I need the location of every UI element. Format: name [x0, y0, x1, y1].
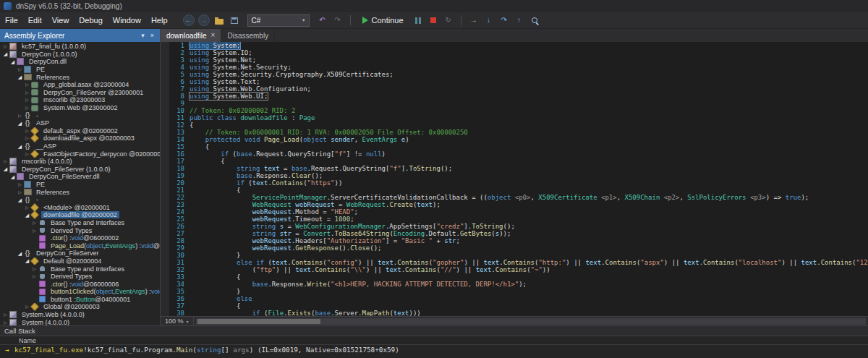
- tree-item[interactable]: ▷-: [0, 111, 160, 119]
- language-select[interactable]: C# ▾: [247, 14, 310, 27]
- expander-expanded-icon[interactable]: ◢: [2, 51, 9, 56]
- expander-collapsed-icon[interactable]: ▷: [24, 136, 30, 140]
- expander-collapsed-icon[interactable]: ▷: [24, 82, 30, 87]
- code-line[interactable]: 2using System.IO;: [169, 49, 868, 56]
- tree-item[interactable]: ▷downloadfile_aspx @02000003: [0, 135, 160, 142]
- tree-item[interactable]: ▷References: [0, 188, 160, 196]
- tab-downloadfile[interactable]: downloadfile×: [161, 29, 221, 42]
- code-line[interactable]: 14 protected void Page_Load(object sende…: [169, 136, 868, 143]
- expander-collapsed-icon[interactable]: ▷: [24, 106, 30, 110]
- expander-expanded-icon[interactable]: ◢: [9, 174, 16, 179]
- code-line[interactable]: 31 else if (text.Contains("config") || t…: [169, 259, 868, 266]
- tree-item[interactable]: ▷FastObjectFactory_derpycon @02000004: [0, 150, 160, 158]
- panel-menu-icon[interactable]: ▾: [138, 32, 148, 39]
- expander-collapsed-icon[interactable]: ▷: [24, 129, 30, 133]
- tree-item[interactable]: ◢ASP: [0, 119, 160, 127]
- expander-collapsed-icon[interactable]: ▷: [31, 267, 38, 271]
- expander-collapsed-icon[interactable]: ▷: [2, 159, 9, 163]
- code-line[interactable]: 23 WebRequest webRequest = WebRequest.Cr…: [169, 201, 868, 208]
- code-line[interactable]: 1using System;: [169, 42, 868, 49]
- navigate-back-button[interactable]: ←: [183, 14, 195, 26]
- expander-expanded-icon[interactable]: ◢: [17, 144, 23, 149]
- expander-expanded-icon[interactable]: ◢: [17, 121, 23, 126]
- callstack-frame[interactable]: →kc57_final_fu.exe!kc57_final_fu.Program…: [0, 345, 868, 354]
- tree-item[interactable]: ▷mscorlib (4.0.0.0): [0, 158, 160, 166]
- tree-item[interactable]: ▷System.Web @23000002: [0, 104, 160, 112]
- expander-expanded-icon[interactable]: ◢: [2, 166, 9, 171]
- horizontal-scrollbar[interactable]: [196, 318, 866, 325]
- code-line[interactable]: 18 string text = base.Request.QueryStrin…: [169, 165, 868, 172]
- expander-expanded-icon[interactable]: ◢: [17, 74, 23, 80]
- tree-item[interactable]: ▷PE: [0, 181, 160, 189]
- undo-button[interactable]: ↶: [317, 14, 328, 27]
- tree-item[interactable]: ▷kc57_final_fu (1.0.0.0): [0, 43, 160, 51]
- expander-collapsed-icon[interactable]: ▷: [2, 320, 9, 325]
- code-line[interactable]: 11public class downloadfile : Page: [169, 114, 868, 122]
- code-line[interactable]: 15 {: [169, 143, 868, 150]
- code-line[interactable]: 19 base.Response.Clear();: [169, 172, 868, 179]
- expander-collapsed-icon[interactable]: ▷: [31, 221, 38, 225]
- code-line[interactable]: 33 {: [169, 273, 868, 281]
- code-line[interactable]: 37 {: [169, 302, 868, 310]
- tree-item[interactable]: ▷PE: [0, 66, 160, 74]
- restart-button[interactable]: ↻: [443, 14, 454, 27]
- code-line[interactable]: 32 ("ftp") || text.Contains("\\") || tex…: [169, 266, 868, 273]
- tree-item[interactable]: ▷App_global.asax @23000004: [0, 81, 160, 89]
- menu-item-window[interactable]: Window: [108, 16, 146, 25]
- menu-item-view[interactable]: View: [47, 16, 75, 25]
- code-line[interactable]: 25 webRequest.Timeout = 1000;: [169, 216, 868, 223]
- open-button[interactable]: [213, 14, 225, 27]
- menu-item-help[interactable]: Help: [146, 16, 173, 25]
- code-line[interactable]: 4using System.Net.Security;: [169, 64, 868, 71]
- break-all-button[interactable]: [412, 14, 424, 27]
- step-into-button[interactable]: ↓: [483, 14, 495, 27]
- expander-collapsed-icon[interactable]: ▷: [17, 114, 23, 118]
- expander-collapsed-icon[interactable]: ▷: [2, 312, 9, 317]
- tree-item[interactable]: button1 : Button @04000001: [0, 296, 160, 304]
- expander-expanded-icon[interactable]: ◢: [24, 258, 30, 263]
- code-line[interactable]: 27 string str = Convert.ToBase64String(E…: [169, 230, 868, 237]
- tree-item[interactable]: ▷Derived Types: [0, 273, 160, 281]
- code-line[interactable]: 9: [169, 100, 868, 107]
- tree-item[interactable]: Page_Load(object, EventArgs) : void @060…: [0, 242, 160, 250]
- code-line[interactable]: 34 base.Response.Write("<h1>HERP, HACKIN…: [169, 281, 868, 288]
- tree-item[interactable]: ▷DerpyCon_FileServer @23000001: [0, 89, 160, 97]
- expander-collapsed-icon[interactable]: ▷: [24, 98, 30, 102]
- tree-item[interactable]: ◢DerpyCon.dll: [0, 58, 160, 66]
- code-line[interactable]: 13 // Token: 0x06000001 RID: 1 RVA: 0x00…: [169, 129, 868, 136]
- callstack-column-header[interactable]: Name: [0, 336, 868, 345]
- expander-collapsed-icon[interactable]: ▷: [31, 229, 38, 233]
- code-line[interactable]: 38 if (File.Exists(base.Server.MapPath(t…: [169, 310, 868, 316]
- tree-item[interactable]: ◢DerpyCon (1.0.0.0): [0, 51, 160, 59]
- tree-item[interactable]: ▷Base Type and Interfaces: [0, 219, 160, 227]
- expander-collapsed-icon[interactable]: ▷: [17, 190, 23, 195]
- expander-collapsed-icon[interactable]: ▷: [17, 182, 23, 187]
- panel-close-icon[interactable]: ×: [148, 32, 157, 39]
- expander-expanded-icon[interactable]: ◢: [24, 213, 30, 218]
- menu-item-edit[interactable]: Edit: [23, 16, 47, 25]
- code-line[interactable]: 3using System.Net;: [169, 56, 868, 64]
- code-line[interactable]: 24 webRequest.Method = "HEAD";: [169, 208, 868, 216]
- tree-item[interactable]: ◢DerpyCon_FileServer (1.0.0.0): [0, 166, 160, 174]
- tree-item[interactable]: ◢DerpyCon_FileServer: [0, 250, 160, 257]
- tab-close-icon[interactable]: ×: [211, 32, 216, 39]
- tree-item[interactable]: ◢downloadfile @02000002: [0, 211, 160, 219]
- search-assemblies-button[interactable]: [529, 14, 540, 27]
- code-line[interactable]: 21 {: [169, 187, 868, 194]
- tree-item[interactable]: ▷<Module> @02000001: [0, 203, 160, 211]
- tree-item[interactable]: ▷mscorlib @23000003: [0, 96, 160, 104]
- code-line[interactable]: 22 ServicePointManager.ServerCertificate…: [169, 194, 868, 201]
- redo-button[interactable]: ↷: [332, 14, 344, 27]
- code-line[interactable]: 5using System.Security.Cryptography.X509…: [169, 71, 868, 78]
- expander-collapsed-icon[interactable]: ▷: [2, 44, 9, 48]
- tree-item[interactable]: ▷Derived Types: [0, 226, 160, 234]
- code-line[interactable]: 8using System.Web.UI;: [169, 93, 868, 100]
- tree-item[interactable]: ▷System.Web (4.0.0.0): [0, 311, 160, 319]
- expander-collapsed-icon[interactable]: ▷: [17, 67, 23, 72]
- menu-item-debug[interactable]: Debug: [74, 16, 107, 25]
- code-line[interactable]: 6using System.Text;: [169, 78, 868, 85]
- expander-expanded-icon[interactable]: ◢: [17, 251, 23, 256]
- tree-item[interactable]: ◢__ASP: [0, 142, 160, 150]
- expander-collapsed-icon[interactable]: ▷: [31, 274, 38, 278]
- stop-debugging-button[interactable]: [427, 14, 439, 27]
